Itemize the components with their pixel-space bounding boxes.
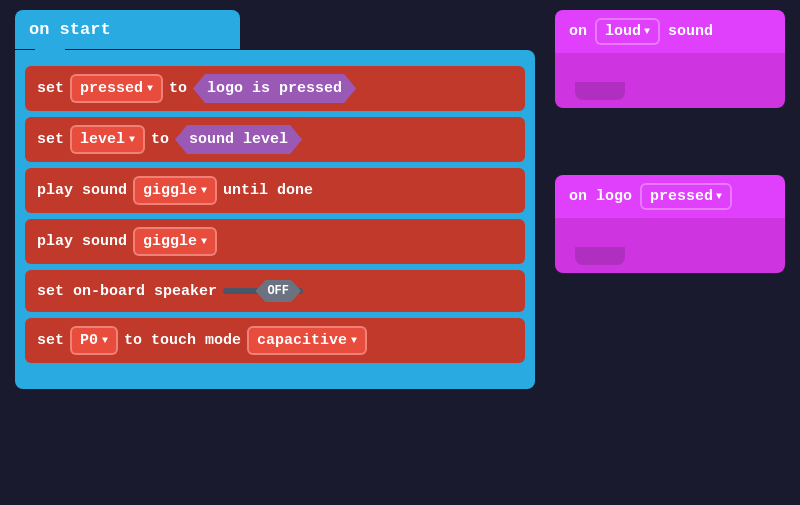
on-loud-block: on loud sound (555, 10, 785, 108)
on-loud-on-text: on (569, 23, 587, 40)
speaker-toggle[interactable]: OFF (223, 288, 303, 294)
on-logo-block: on logo pressed (555, 175, 785, 273)
on-logo-header: on logo pressed (555, 175, 785, 218)
play-sound-until-row: play sound giggle until done (37, 176, 313, 205)
play-sound-until-block: play sound giggle until done (25, 168, 525, 213)
logo-is-pressed-value: logo is pressed (193, 74, 356, 103)
set-pressed-row: set pressed to logo is pressed (37, 74, 356, 103)
on-loud-body (555, 53, 785, 108)
set-pin-block: set P0 to touch mode capacitive (25, 318, 525, 363)
set-level-text: set (37, 131, 64, 148)
set-pressed-text: set (37, 80, 64, 97)
on-logo-body (555, 218, 785, 273)
play-sound-row: play sound giggle (37, 227, 217, 256)
giggle-dropdown-2[interactable]: giggle (133, 227, 217, 256)
set-pin-text: set (37, 332, 64, 349)
set-speaker-row: set on-board speaker OFF (37, 283, 303, 300)
p0-dropdown[interactable]: P0 (70, 326, 118, 355)
loud-dropdown[interactable]: loud (595, 18, 660, 45)
pressed-dropdown[interactable]: pressed (70, 74, 163, 103)
play-sound-block: play sound giggle (25, 219, 525, 264)
logo-pressed-dropdown[interactable]: pressed (640, 183, 732, 210)
toggle-knob: OFF (255, 280, 301, 302)
set-level-block: set level to sound level (25, 117, 525, 162)
to-label-1: to (169, 80, 187, 97)
set-speaker-text: set on-board speaker (37, 283, 217, 300)
play-sound-2-text: play sound (37, 233, 127, 250)
sound-level-value: sound level (175, 125, 302, 154)
on-loud-header: on loud sound (555, 10, 785, 53)
on-start-header: on start (15, 10, 240, 49)
blocks-container: on start set pressed to logo is pressed … (0, 0, 800, 505)
capacitive-dropdown[interactable]: capacitive (247, 326, 367, 355)
to-touch-mode-text: to touch mode (124, 332, 241, 349)
giggle-dropdown-1[interactable]: giggle (133, 176, 217, 205)
to-label-2: to (151, 131, 169, 148)
set-pressed-block: set pressed to logo is pressed (25, 66, 525, 111)
on-start-label: on start (29, 20, 111, 39)
set-pin-row: set P0 to touch mode capacitive (37, 326, 367, 355)
main-stack: set pressed to logo is pressed set level… (15, 50, 535, 389)
sound-text: sound (668, 23, 713, 40)
set-level-row: set level to sound level (37, 125, 302, 154)
level-dropdown[interactable]: level (70, 125, 145, 154)
on-logo-on-text: on logo (569, 188, 632, 205)
play-sound-1-text: play sound (37, 182, 127, 199)
set-speaker-block: set on-board speaker OFF (25, 270, 525, 312)
until-done-text: until done (223, 182, 313, 199)
